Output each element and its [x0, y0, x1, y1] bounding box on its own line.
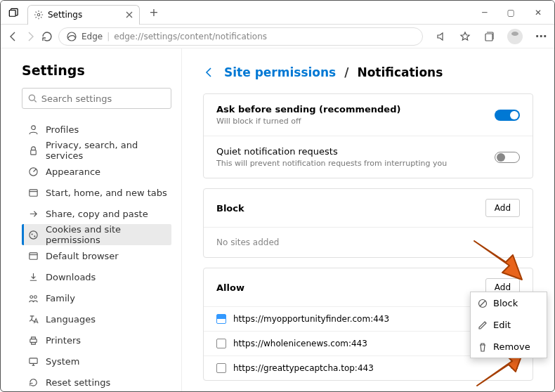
site-url: https://myopportunityfinder.com:443	[233, 314, 389, 324]
sidebar-item-downloads[interactable]: Downloads	[22, 266, 171, 287]
favorites-icon[interactable]	[459, 31, 471, 42]
sidebar-item-languages[interactable]: Languages	[22, 308, 171, 329]
block-icon	[478, 299, 488, 308]
sidebar-item-default-browser[interactable]: Default browser	[22, 245, 171, 266]
block-add-button[interactable]: Add	[485, 199, 520, 217]
ask-toggle[interactable]	[495, 110, 520, 121]
sidebar-item-appearance[interactable]: Appearance	[22, 161, 171, 182]
language-icon	[28, 314, 39, 325]
ask-desc: Will block if turned off	[216, 117, 495, 126]
system-icon	[28, 356, 39, 367]
svg-rect-0	[9, 10, 15, 16]
svg-point-11	[34, 235, 35, 236]
sidebar-item-cookies[interactable]: Cookies and site permissions	[22, 224, 171, 245]
quiet-title: Quiet notification requests	[216, 146, 495, 157]
ctx-remove[interactable]: Remove	[471, 336, 547, 358]
quiet-desc: This will prevent notification requests …	[216, 159, 495, 168]
ctx-block[interactable]: Block	[471, 292, 547, 314]
engine-label: Edge	[81, 32, 103, 41]
settings-sidebar: Settings Profiles Privacy, search, and s…	[1, 48, 182, 391]
svg-point-10	[32, 234, 32, 235]
browser-icon	[28, 251, 39, 261]
tabs-icon	[8, 8, 18, 18]
family-icon	[28, 293, 39, 303]
settings-heading: Settings	[22, 63, 171, 78]
sidebar-item-reset[interactable]: Reset settings	[22, 372, 171, 391]
svg-point-5	[32, 125, 36, 129]
svg-rect-12	[30, 252, 37, 259]
svg-rect-8	[30, 189, 37, 195]
edge-icon	[66, 31, 77, 42]
svg-point-9	[30, 230, 37, 238]
url-field[interactable]: Edge | edge://settings/content/notificat…	[58, 27, 423, 46]
svg-rect-15	[30, 339, 37, 342]
search-settings-input[interactable]	[22, 88, 171, 109]
close-window-button[interactable]: ✕	[535, 8, 542, 18]
block-title: Block	[216, 203, 485, 214]
sidebar-item-privacy[interactable]: Privacy, search, and services	[22, 140, 171, 161]
forward-button[interactable]	[25, 31, 36, 42]
svg-point-14	[34, 295, 37, 298]
tab-actions-button[interactable]	[2, 1, 25, 24]
ask-title: Ask before sending (recommended)	[216, 104, 495, 115]
breadcrumb: Site permissions / Notifications	[203, 65, 533, 79]
pencil-icon	[478, 320, 488, 330]
printer-icon	[28, 335, 39, 346]
site-icon	[216, 339, 226, 348]
sidebar-item-family[interactable]: Family	[22, 287, 171, 308]
sidebar-item-printers[interactable]: Printers	[22, 329, 171, 351]
site-icon	[216, 314, 226, 324]
refresh-button[interactable]	[41, 31, 53, 42]
profile-avatar[interactable]	[507, 29, 523, 44]
window-titlebar: Settings + ─ ▢ ✕	[1, 1, 554, 25]
lock-icon	[28, 145, 39, 156]
cookie-icon	[28, 230, 39, 240]
close-icon[interactable]	[125, 11, 133, 19]
tab-title: Settings	[48, 10, 82, 20]
ctx-edit[interactable]: Edit	[471, 314, 547, 336]
url-text: edge://settings/content/notifications	[114, 32, 267, 41]
svg-rect-3	[485, 34, 492, 41]
maximize-button[interactable]: ▢	[507, 8, 515, 18]
sidebar-item-profiles[interactable]: Profiles	[22, 119, 171, 140]
profile-icon	[28, 124, 39, 135]
window-controls: ─ ▢ ✕	[482, 8, 554, 18]
address-bar: Edge | edge://settings/content/notificat…	[1, 25, 554, 48]
site-url: https://wholenicenews.com:443	[233, 339, 367, 348]
back-button[interactable]	[8, 31, 19, 42]
quiet-toggle[interactable]	[495, 152, 520, 163]
paint-icon	[28, 166, 39, 177]
allow-title: Allow	[216, 282, 485, 293]
svg-rect-6	[31, 150, 37, 155]
sidebar-item-start[interactable]: Start, home, and new tabs	[22, 182, 171, 203]
reset-icon	[28, 377, 39, 388]
block-empty: No sites added	[216, 237, 279, 247]
minimize-button[interactable]: ─	[482, 8, 487, 18]
gear-icon	[34, 10, 44, 20]
browser-tab-settings[interactable]: Settings	[27, 5, 140, 25]
back-arrow-icon[interactable]	[203, 66, 216, 79]
svg-rect-16	[30, 358, 37, 363]
sidebar-item-system[interactable]: System	[22, 351, 171, 372]
site-context-menu: Block Edit Remove	[470, 292, 547, 358]
more-menu-button[interactable]: ⋯	[535, 30, 547, 43]
trash-icon	[478, 342, 488, 352]
svg-point-13	[30, 295, 33, 298]
svg-point-4	[29, 95, 34, 100]
search-icon	[28, 93, 37, 103]
collections-icon[interactable]	[483, 31, 495, 42]
site-icon	[216, 363, 226, 373]
annotation-arrow-1	[467, 234, 523, 293]
breadcrumb-current: Notifications	[357, 65, 443, 79]
sidebar-item-share[interactable]: Share, copy and paste	[22, 203, 171, 224]
read-aloud-icon[interactable]	[436, 31, 447, 42]
site-url: https://greattypecaptcha.top:443	[233, 363, 374, 373]
tabs-icon	[28, 188, 39, 198]
breadcrumb-crumb[interactable]: Site permissions	[224, 65, 336, 79]
download-icon	[28, 272, 39, 282]
svg-point-1	[37, 13, 40, 16]
ask-card: Ask before sending (recommended) Will bl…	[203, 93, 533, 178]
new-tab-button[interactable]: +	[144, 4, 164, 21]
share-icon	[28, 209, 39, 219]
